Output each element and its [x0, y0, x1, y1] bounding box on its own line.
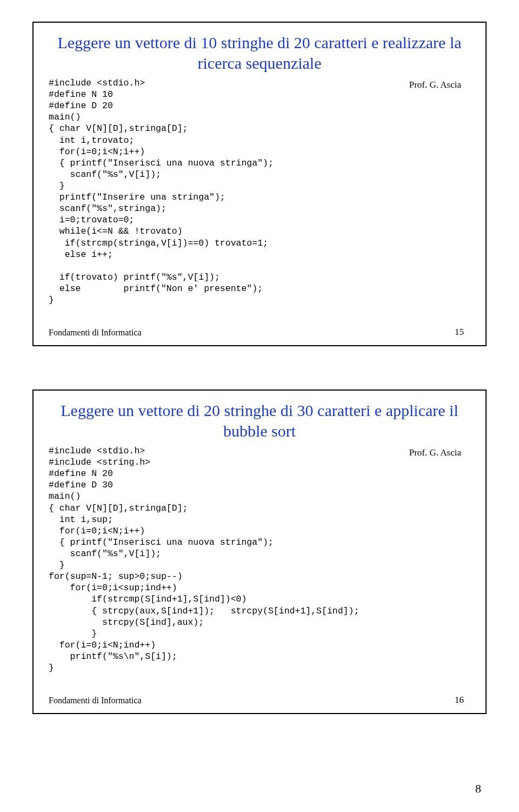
- slide-1: Leggere un vettore di 10 stringhe di 20 …: [32, 22, 487, 346]
- slide-2-title: Leggere un vettore di 20 stringhe di 30 …: [49, 400, 470, 441]
- slide-2-code: #include <stdio.h> #include <string.h> #…: [49, 445, 470, 674]
- slide-2: Leggere un vettore di 20 stringhe di 30 …: [32, 390, 487, 714]
- slide-1-footer-right: 15: [455, 327, 464, 338]
- slide-1-author: Prof. G. Ascia: [409, 80, 461, 90]
- page-number: 8: [475, 782, 481, 796]
- slide-2-author: Prof. G. Ascia: [409, 447, 461, 458]
- slide-2-footer-left: Fondamenti di Informatica: [49, 696, 142, 705]
- slide-1-title: Leggere un vettore di 10 stringhe di 20 …: [49, 32, 470, 73]
- slide-1-footer-left: Fondamenti di Informatica: [49, 328, 142, 338]
- slide-2-footer-right: 16: [455, 695, 464, 705]
- page: Leggere un vettore di 10 stringhe di 20 …: [0, 0, 519, 812]
- slide-1-code: #include <stdio.h> #define N 10 #define …: [49, 77, 470, 306]
